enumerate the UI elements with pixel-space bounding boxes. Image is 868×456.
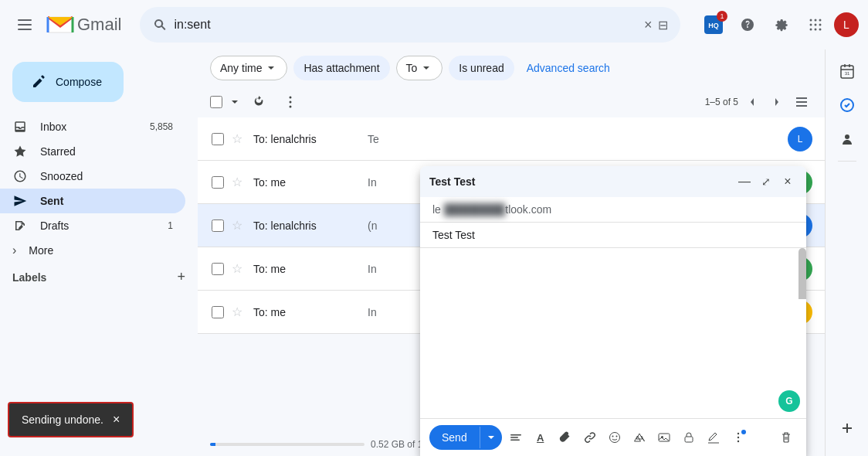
help-button[interactable] bbox=[732, 9, 763, 40]
more-actions-button[interactable] bbox=[278, 90, 303, 114]
send-options-button[interactable] bbox=[480, 427, 502, 448]
search-input[interactable] bbox=[174, 18, 637, 32]
clot-hq-button[interactable]: HQ 1 bbox=[698, 9, 729, 40]
add-sidebar-app-button[interactable] bbox=[832, 413, 863, 444]
sidebar-item-drafts[interactable]: Drafts 1 bbox=[0, 213, 185, 238]
gmail-text: Gmail bbox=[77, 15, 121, 35]
sidebar-item-inbox[interactable]: Inbox 5,858 bbox=[0, 114, 185, 139]
labels-section: Labels + bbox=[0, 263, 198, 291]
search-bar[interactable]: × ⊟ bbox=[140, 7, 680, 43]
emoji-button[interactable] bbox=[604, 427, 626, 448]
star-icon[interactable]: ☆ bbox=[232, 131, 247, 146]
lock-button[interactable] bbox=[678, 427, 700, 448]
svg-rect-27 bbox=[510, 434, 521, 436]
svg-point-5 bbox=[810, 19, 812, 22]
snackbar-close-button[interactable]: × bbox=[113, 413, 120, 427]
has-attachment-filter[interactable]: Has attachment bbox=[293, 56, 389, 80]
sidebar-item-starred[interactable]: Starred bbox=[0, 139, 185, 164]
tasks-button[interactable] bbox=[832, 90, 863, 121]
has-attachment-label: Has attachment bbox=[303, 62, 379, 74]
format-email-button[interactable] bbox=[505, 427, 527, 448]
star-icon[interactable]: ☆ bbox=[232, 261, 247, 276]
drive-icon bbox=[633, 431, 646, 444]
calendar-icon: 31 bbox=[839, 63, 855, 79]
link-button[interactable] bbox=[579, 427, 601, 448]
user-avatar[interactable]: L bbox=[834, 12, 859, 37]
compose-button[interactable]: Compose bbox=[12, 62, 124, 102]
select-all-chevron-icon[interactable] bbox=[229, 96, 241, 108]
sent-icon bbox=[12, 194, 28, 208]
apps-button[interactable] bbox=[800, 9, 831, 40]
photo-button[interactable] bbox=[653, 427, 675, 448]
starred-icon bbox=[12, 145, 28, 158]
compose-body[interactable]: G bbox=[420, 248, 806, 418]
svg-point-32 bbox=[615, 436, 617, 437]
format-text-button[interactable]: A bbox=[530, 427, 551, 448]
refresh-icon bbox=[253, 95, 266, 109]
more-label: More bbox=[29, 244, 53, 257]
svg-rect-18 bbox=[796, 101, 807, 103]
star-icon[interactable]: ☆ bbox=[232, 218, 247, 233]
email-checkbox[interactable] bbox=[210, 133, 225, 145]
to-filter[interactable]: To bbox=[396, 56, 443, 80]
svg-point-26 bbox=[845, 134, 849, 139]
table-row[interactable]: ☆ To: lenalchris Te L bbox=[198, 117, 825, 161]
any-time-label: Any time bbox=[220, 62, 262, 74]
compose-scrollbar bbox=[798, 248, 806, 418]
svg-rect-0 bbox=[18, 19, 32, 21]
pagination: 1–5 of 5 bbox=[705, 91, 812, 113]
any-time-filter[interactable]: Any time bbox=[210, 56, 287, 80]
send-button[interactable]: Send bbox=[429, 425, 502, 450]
compose-window: Test Test — ⤢ × le████████tlook.com Test… bbox=[420, 166, 806, 456]
email-checkbox[interactable] bbox=[210, 263, 225, 275]
sidebar-item-sent[interactable]: Sent bbox=[0, 189, 185, 213]
emoji-icon bbox=[609, 431, 621, 444]
email-checkbox[interactable] bbox=[210, 219, 225, 232]
prev-page-button[interactable] bbox=[741, 91, 763, 113]
compose-subject[interactable]: Test Test bbox=[420, 223, 806, 248]
svg-rect-29 bbox=[510, 440, 520, 441]
settings-button[interactable] bbox=[766, 9, 797, 40]
email-sender: To: me bbox=[253, 263, 361, 275]
svg-point-39 bbox=[737, 441, 739, 442]
email-snippet: Te bbox=[368, 133, 775, 145]
filter-search-button[interactable]: ⊟ bbox=[658, 18, 668, 32]
email-list-header: 1–5 of 5 bbox=[198, 87, 825, 117]
calendar-button[interactable]: 31 bbox=[832, 56, 863, 87]
more-button[interactable]: › More bbox=[0, 238, 185, 263]
star-icon[interactable]: ☆ bbox=[232, 305, 247, 319]
list-view-button[interactable] bbox=[791, 91, 812, 113]
clear-search-button[interactable]: × bbox=[644, 17, 653, 33]
advanced-search-link[interactable]: Advanced search bbox=[527, 62, 610, 74]
tasks-icon bbox=[839, 97, 855, 113]
menu-button[interactable] bbox=[9, 9, 40, 40]
svg-point-7 bbox=[819, 19, 822, 22]
email-checkbox[interactable] bbox=[210, 176, 225, 189]
sidebar-item-snoozed[interactable]: Snoozed bbox=[0, 164, 185, 189]
compose-header[interactable]: Test Test — ⤢ × bbox=[420, 166, 806, 197]
delete-button[interactable] bbox=[775, 427, 797, 448]
attach-button[interactable] bbox=[554, 427, 576, 448]
more-options-button[interactable] bbox=[727, 427, 749, 448]
next-page-button[interactable] bbox=[766, 91, 788, 113]
add-icon bbox=[839, 420, 855, 436]
select-all-checkbox[interactable] bbox=[210, 96, 222, 108]
snackbar-message: Sending undone. bbox=[22, 413, 103, 426]
underline-icon: A bbox=[537, 432, 544, 444]
is-unread-filter[interactable]: Is unread bbox=[449, 56, 514, 80]
email-checkbox[interactable] bbox=[210, 306, 225, 318]
signature-button[interactable] bbox=[703, 427, 724, 448]
svg-point-10 bbox=[819, 24, 822, 26]
svg-point-11 bbox=[810, 29, 812, 31]
compose-minimize-button[interactable]: — bbox=[735, 172, 754, 191]
compose-expand-button[interactable]: ⤢ bbox=[757, 172, 775, 191]
star-icon[interactable]: ☆ bbox=[232, 175, 247, 189]
add-label-button[interactable]: + bbox=[177, 269, 185, 285]
compose-to-field[interactable]: le████████tlook.com bbox=[420, 197, 806, 223]
contacts-button[interactable] bbox=[832, 124, 863, 155]
snoozed-label: Snoozed bbox=[40, 170, 83, 182]
refresh-button[interactable] bbox=[247, 90, 272, 114]
to-chevron-icon bbox=[420, 62, 432, 74]
drive-button[interactable] bbox=[629, 427, 650, 448]
compose-close-button[interactable]: × bbox=[778, 172, 797, 191]
